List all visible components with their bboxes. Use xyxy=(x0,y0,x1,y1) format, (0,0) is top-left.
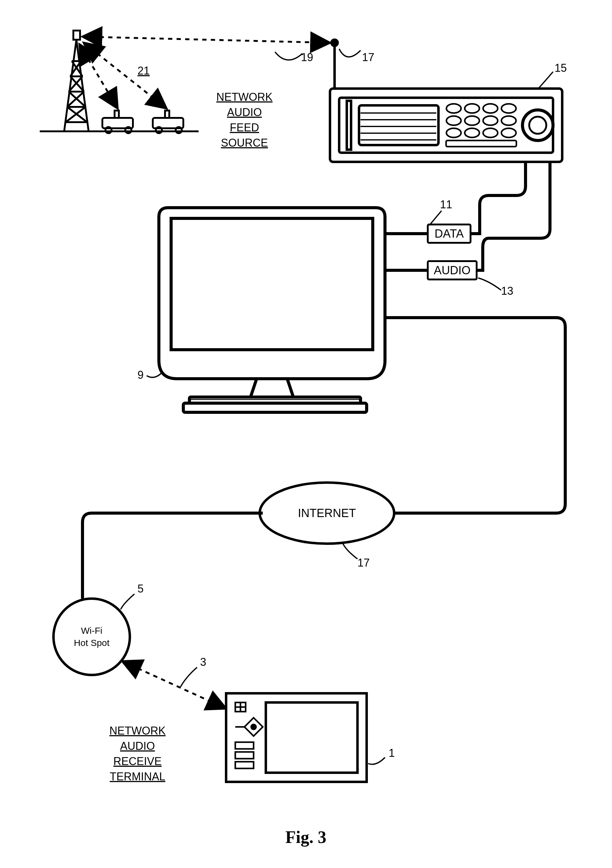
svg-point-46 xyxy=(465,116,479,125)
svg-line-7 xyxy=(67,107,87,122)
svg-point-43 xyxy=(483,104,498,113)
receive-title: NETWORK AUDIO RECEIVE TERMINAL xyxy=(109,724,166,783)
leader-19 xyxy=(275,52,303,60)
svg-point-76 xyxy=(251,724,256,729)
svg-rect-16 xyxy=(115,110,119,118)
svg-point-55 xyxy=(529,117,546,134)
receive-terminal xyxy=(226,693,367,782)
svg-text:AUDIO: AUDIO xyxy=(120,740,155,752)
svg-point-41 xyxy=(446,104,461,113)
svg-point-51 xyxy=(483,128,498,138)
leader-15 xyxy=(538,72,553,89)
ref-17-antenna: 17 xyxy=(362,51,374,64)
svg-text:AUDIO: AUDIO xyxy=(227,106,262,118)
ref-21: 21 xyxy=(138,64,150,77)
svg-text:Wi-Fi: Wi-Fi xyxy=(81,626,103,636)
svg-text:FEED: FEED xyxy=(230,121,259,134)
antenna xyxy=(331,40,338,90)
svg-point-45 xyxy=(446,116,461,125)
rf-links xyxy=(79,37,330,108)
ref-1: 1 xyxy=(389,747,395,759)
data-box: DATA xyxy=(428,225,471,243)
svg-point-44 xyxy=(502,104,516,113)
ref-11: 11 xyxy=(440,198,452,211)
ref-19: 19 xyxy=(301,51,313,64)
scanner-radio xyxy=(330,88,562,162)
svg-line-25 xyxy=(84,43,166,108)
svg-text:Hot Spot: Hot Spot xyxy=(74,638,110,648)
svg-text:NETWORK: NETWORK xyxy=(109,724,166,737)
svg-text:DATA: DATA xyxy=(435,227,464,240)
wifi-hotspot: Wi-Fi Hot Spot xyxy=(53,598,130,675)
svg-rect-34 xyxy=(347,101,351,150)
svg-rect-20 xyxy=(165,110,169,118)
svg-rect-14 xyxy=(73,31,80,40)
svg-rect-62 xyxy=(183,403,367,412)
svg-rect-53 xyxy=(446,141,516,147)
svg-text:NETWORK: NETWORK xyxy=(216,91,273,103)
svg-point-22 xyxy=(176,127,182,133)
ref-3: 3 xyxy=(200,656,206,668)
wifi-link xyxy=(122,661,226,708)
ref-5: 5 xyxy=(138,583,144,595)
svg-rect-72 xyxy=(266,702,357,773)
svg-line-6 xyxy=(66,107,85,122)
svg-text:INTERNET: INTERNET xyxy=(298,507,356,519)
svg-rect-60 xyxy=(171,219,373,350)
leader-17a xyxy=(339,49,360,57)
computer xyxy=(159,208,385,412)
svg-point-42 xyxy=(465,104,479,113)
svg-point-52 xyxy=(502,128,516,138)
vehicle-1 xyxy=(103,110,133,133)
figure-caption: Fig. 3 xyxy=(285,828,326,846)
svg-point-47 xyxy=(483,116,498,125)
svg-point-48 xyxy=(502,116,516,125)
svg-rect-78 xyxy=(235,742,253,749)
svg-rect-35 xyxy=(359,105,438,145)
ref-9: 9 xyxy=(138,369,144,381)
internet-cloud: INTERNET xyxy=(260,482,394,544)
svg-point-68 xyxy=(53,598,130,675)
svg-point-17 xyxy=(106,127,112,133)
vehicle-2 xyxy=(153,110,183,133)
svg-rect-79 xyxy=(235,752,253,759)
source-title: NETWORK AUDIO FEED SOURCE xyxy=(216,91,273,149)
svg-point-49 xyxy=(446,128,461,138)
audio-box: AUDIO xyxy=(428,261,477,279)
ref-13: 13 xyxy=(501,285,513,297)
svg-text:RECEIVE: RECEIVE xyxy=(113,755,162,767)
svg-point-18 xyxy=(125,127,131,133)
tower-scene xyxy=(40,31,199,133)
svg-line-23 xyxy=(82,37,330,43)
svg-point-21 xyxy=(156,127,162,133)
ref-15: 15 xyxy=(555,62,567,74)
ref-17-internet: 17 xyxy=(357,556,370,569)
svg-text:SOURCE: SOURCE xyxy=(221,136,268,149)
svg-text:TERMINAL: TERMINAL xyxy=(110,770,165,783)
svg-point-26 xyxy=(331,40,338,46)
svg-text:AUDIO: AUDIO xyxy=(434,264,471,277)
svg-rect-80 xyxy=(235,762,253,769)
svg-point-50 xyxy=(465,128,479,138)
